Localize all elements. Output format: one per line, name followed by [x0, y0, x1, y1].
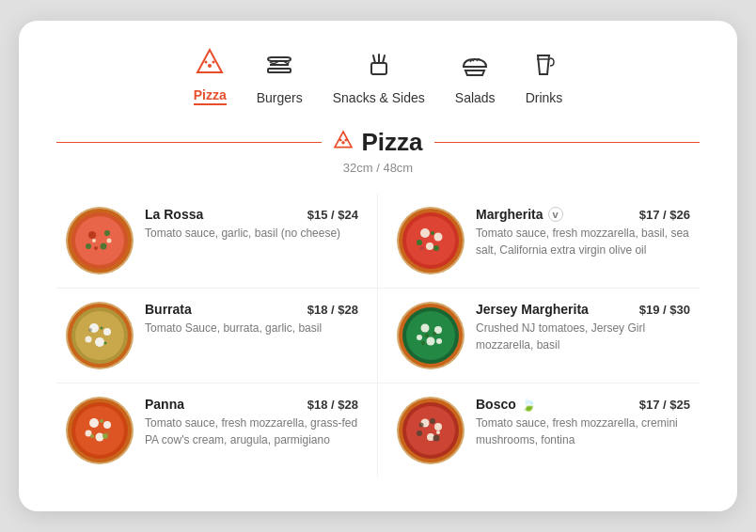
- item-name-panna: Panna: [145, 397, 184, 412]
- svg-point-30: [433, 245, 439, 251]
- section-pizza-icon: [333, 130, 354, 156]
- svg-point-45: [406, 311, 455, 360]
- item-desc-bosco: Tomato sauce, fresh mozzarella, cremini …: [476, 415, 690, 448]
- svg-rect-5: [371, 63, 386, 74]
- item-name-row-burrata: Burrata $18 / $28: [145, 302, 358, 317]
- svg-point-71: [417, 430, 422, 436]
- section-line-left: [56, 142, 322, 144]
- svg-point-63: [100, 419, 103, 423]
- item-desc-la-rossa: Tomato sauce, garlic, basil (no cheese): [145, 225, 358, 242]
- bosco-leaf-icon: 🍃: [521, 398, 536, 412]
- svg-point-0: [208, 64, 212, 68]
- item-price-burrata: $18 / $28: [307, 303, 358, 317]
- menu-item-burrata: Burrata $18 / $28 Tomato Sauce, burrata,…: [56, 289, 378, 383]
- menu-grid: La Rossa $15 / $24 Tomato sauce, garlic,…: [56, 194, 700, 477]
- pizza-image-panna: [66, 397, 134, 464]
- item-name-row-la-rossa: La Rossa $15 / $24: [145, 207, 358, 222]
- pizza-icon: [195, 47, 225, 82]
- item-info-panna: Panna $18 / $28 Tomato sauce, fresh mozz…: [145, 397, 358, 448]
- item-name-margherita: Margherita v: [476, 207, 563, 222]
- svg-point-42: [101, 327, 103, 330]
- nav-item-burgers[interactable]: Burgers: [257, 50, 303, 105]
- svg-point-62: [90, 434, 94, 438]
- svg-point-1: [205, 61, 208, 64]
- svg-point-41: [104, 342, 107, 345]
- item-name-burrata: Burrata: [145, 302, 192, 317]
- item-desc-margherita: Tomato sauce, fresh mozzarella, basil, s…: [476, 225, 690, 258]
- item-price-panna: $18 / $28: [307, 398, 358, 412]
- svg-point-40: [88, 328, 92, 332]
- svg-point-39: [86, 336, 92, 343]
- menu-item-bosco: Bosco 🍃 $17 / $25 Tomato sauce, fresh mo…: [378, 383, 700, 477]
- svg-point-29: [417, 240, 422, 245]
- item-info-burrata: Burrata $18 / $28 Tomato Sauce, burrata,…: [145, 302, 358, 336]
- svg-point-73: [430, 418, 435, 424]
- margherita-badge: v: [548, 207, 563, 222]
- menu-item-la-rossa: La Rossa $15 / $24 Tomato sauce, garlic,…: [56, 194, 378, 289]
- item-name-la-rossa: La Rossa: [145, 207, 203, 222]
- item-name-bosco: Bosco 🍃: [476, 397, 536, 412]
- svg-point-49: [417, 335, 422, 340]
- svg-point-17: [104, 230, 110, 236]
- svg-point-48: [427, 337, 435, 346]
- item-price-jersey-margherita: $19 / $30: [639, 303, 690, 317]
- menu-item-margherita: Margherita v $17 / $26 Tomato sauce, fre…: [378, 194, 700, 289]
- svg-point-32: [420, 246, 425, 251]
- nav-item-drinks[interactable]: Drinks: [526, 50, 563, 105]
- svg-point-37: [103, 328, 111, 336]
- nav-item-salads[interactable]: Salads: [455, 50, 496, 105]
- drinks-label: Drinks: [526, 90, 563, 105]
- svg-point-61: [102, 433, 108, 439]
- menu-item-jersey-margherita: Jersey Margherita $19 / $30 Crushed NJ t…: [378, 289, 700, 383]
- svg-point-57: [89, 418, 99, 428]
- svg-point-16: [88, 231, 96, 239]
- section-title: Pizza: [333, 128, 422, 157]
- item-price-margherita: $17 / $26: [639, 208, 690, 222]
- category-nav: Pizza Burgers Sn: [56, 47, 700, 105]
- item-price-bosco: $17 / $25: [639, 398, 690, 412]
- svg-point-2: [213, 61, 215, 64]
- item-info-jersey-margherita: Jersey Margherita $19 / $30 Crushed NJ t…: [476, 302, 690, 353]
- pizza-image-burrata: [66, 302, 134, 369]
- nav-item-pizza[interactable]: Pizza: [194, 47, 227, 105]
- fries-icon: [364, 50, 394, 85]
- menu-item-panna: Panna $18 / $28 Tomato sauce, fresh mozz…: [56, 383, 378, 477]
- svg-point-20: [94, 246, 98, 250]
- svg-point-31: [431, 231, 434, 235]
- svg-point-58: [103, 421, 111, 429]
- svg-line-8: [383, 55, 385, 63]
- salads-label: Salads: [455, 90, 496, 105]
- svg-point-28: [426, 243, 433, 250]
- item-desc-panna: Tomato sauce, fresh mozzarella, grass-fe…: [145, 415, 358, 448]
- item-info-bosco: Bosco 🍃 $17 / $25 Tomato sauce, fresh mo…: [476, 397, 690, 448]
- nav-item-snacks[interactable]: Snacks & Sides: [333, 50, 425, 105]
- svg-point-18: [101, 243, 107, 250]
- item-info-la-rossa: La Rossa $15 / $24 Tomato sauce, garlic,…: [145, 207, 358, 242]
- svg-point-69: [434, 423, 442, 430]
- item-desc-jersey-margherita: Crushed NJ tomatoes, Jersey Girl mozzare…: [476, 320, 690, 353]
- pizza-image-margherita: [397, 207, 465, 274]
- svg-point-12: [345, 138, 348, 141]
- svg-point-59: [96, 433, 104, 442]
- svg-point-10: [342, 141, 345, 144]
- item-name-row-bosco: Bosco 🍃 $17 / $25: [476, 397, 690, 412]
- section-header: Pizza: [56, 128, 700, 157]
- svg-point-15: [75, 216, 124, 265]
- burgers-label: Burgers: [257, 90, 303, 105]
- item-info-margherita: Margherita v $17 / $26 Tomato sauce, fre…: [476, 207, 690, 258]
- pizza-image-la-rossa: [66, 207, 134, 274]
- item-price-la-rossa: $15 / $24: [307, 208, 358, 222]
- svg-point-75: [436, 430, 440, 434]
- burger-icon: [264, 50, 294, 85]
- svg-point-50: [436, 338, 442, 344]
- svg-point-26: [420, 228, 430, 238]
- svg-point-35: [75, 311, 124, 360]
- svg-point-22: [92, 239, 96, 243]
- svg-line-6: [373, 55, 375, 63]
- item-name-row-panna: Panna $18 / $28: [145, 397, 358, 412]
- pizza-image-bosco: [397, 397, 465, 464]
- svg-point-19: [86, 243, 91, 249]
- item-name-row-jersey-margherita: Jersey Margherita $19 / $30: [476, 302, 690, 317]
- svg-point-53: [421, 341, 425, 345]
- svg-point-46: [421, 324, 430, 333]
